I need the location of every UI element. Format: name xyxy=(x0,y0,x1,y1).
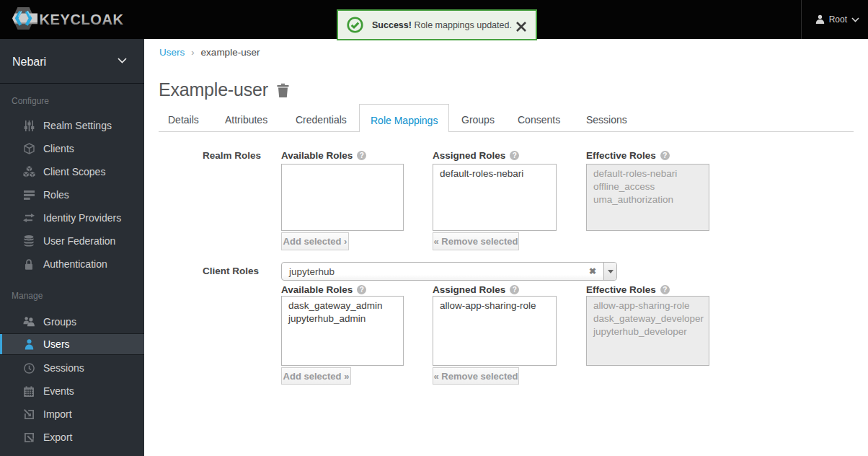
svg-text:KEYCLOAK: KEYCLOAK xyxy=(40,12,124,27)
